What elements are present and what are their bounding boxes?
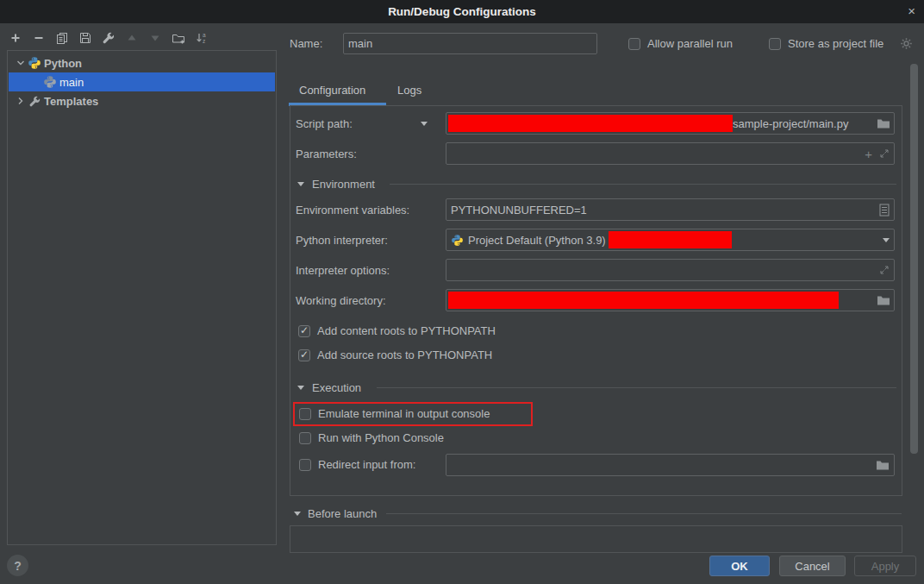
add-content-roots-label: Add content roots to PYTHONPATH [317,324,496,337]
help-question-icon: ? [14,559,22,573]
gear-icon[interactable] [900,37,913,50]
store-as-project-file-label: Store as project file [788,37,883,50]
add-content-roots-checkbox[interactable] [298,325,310,337]
combo-dropdown-icon[interactable] [883,238,890,242]
configurations-tree: Python main Templates [7,50,277,545]
redaction-block [448,115,733,132]
move-up-icon [125,31,139,45]
chevron-right-icon[interactable] [14,94,28,108]
section-divider [386,513,902,514]
environment-variables-label: Environment variables: [296,204,409,217]
redaction-block [448,292,839,309]
environment-section-label: Environment [312,178,375,191]
redirect-input-checkbox[interactable] [299,459,311,471]
interpreter-options-label: Interpreter options: [296,264,390,277]
section-divider [377,387,896,388]
before-launch-panel [290,525,902,553]
tree-item-main[interactable]: main [9,72,275,91]
svg-text:z: z [203,38,205,44]
svg-text:a: a [203,32,206,38]
tab-configuration[interactable]: Configuration [299,84,365,97]
tab-logs[interactable]: Logs [397,84,421,97]
parameters-label: Parameters: [296,148,357,160]
add-source-roots-checkbox[interactable] [298,349,310,361]
cancel-button[interactable]: Cancel [779,556,846,576]
tree-item-label: Templates [44,95,98,108]
redaction-block [609,231,732,248]
browse-folder-icon[interactable] [877,295,890,306]
redirect-input-label: Redirect input from: [318,458,415,471]
execution-section-label: Execution [312,381,361,394]
remove-icon[interactable] [32,31,46,45]
run-python-console-label: Run with Python Console [318,431,444,444]
tree-item-python[interactable]: Python [9,53,275,72]
working-directory-label: Working directory: [296,294,386,307]
redirect-input-field[interactable] [446,454,895,476]
dialog-titlebar: Run/Debug Configurations × [0,0,924,23]
add-source-roots-label: Add source roots to PYTHONPATH [317,349,492,361]
python-logo-icon [451,234,464,247]
working-directory-field[interactable] [446,289,895,311]
emulate-terminal-checkbox[interactable] [299,408,311,420]
help-button[interactable]: ? [7,555,28,576]
browse-folder-icon[interactable] [876,460,890,471]
environment-collapse-icon[interactable] [297,182,304,186]
close-icon[interactable]: × [908,3,915,19]
python-interpreter-label: Python interpreter: [296,234,388,247]
environment-variables-field[interactable]: PYTHONUNBUFFERED=1 [446,198,895,221]
section-divider [390,184,896,185]
script-path-dropdown-icon[interactable] [421,122,428,126]
script-path-value: sample-project/main.py [733,117,848,130]
script-path-field[interactable]: sample-project/main.py [446,112,895,135]
name-field[interactable] [343,33,597,54]
allow-parallel-run-checkbox[interactable] [628,38,640,50]
run-python-console-checkbox[interactable] [299,432,311,444]
save-icon[interactable] [78,31,92,45]
templates-wrench-icon [28,94,41,108]
python-logo-icon [43,75,57,89]
vertical-scrollbar[interactable] [910,64,918,454]
store-as-project-file-checkbox[interactable] [769,38,781,50]
tree-item-templates[interactable]: Templates [9,91,275,110]
execution-collapse-icon[interactable] [297,386,304,390]
script-path-label: Script path: [296,117,353,130]
before-launch-section-label: Before launch [308,507,377,520]
name-label: Name: [290,37,322,50]
sort-alphabetically-icon[interactable]: az [195,31,209,45]
configurations-toolbar: az [9,28,209,47]
interpreter-options-field[interactable] [446,259,895,281]
environment-variables-value: PYTHONUNBUFFERED=1 [451,204,587,217]
move-down-icon [148,31,162,45]
before-launch-collapse-icon[interactable] [294,512,301,516]
allow-parallel-run-label: Allow parallel run [647,37,733,50]
parameters-input[interactable] [451,148,865,160]
python-interpreter-value: Project Default (Python 3.9) [468,234,606,247]
copy-icon[interactable] [55,31,69,45]
chevron-down-icon[interactable] [14,56,28,70]
tree-item-label: main [59,76,84,89]
new-folder-icon[interactable] [172,31,185,45]
python-interpreter-combo[interactable]: Project Default (Python 3.9) [446,229,895,251]
redirect-input-input[interactable] [451,459,876,472]
expand-field-icon[interactable] [879,265,890,275]
emulate-terminal-label: Emulate terminal in output console [318,407,490,420]
apply-button[interactable]: Apply [854,556,916,576]
add-icon[interactable] [9,31,22,45]
interpreter-options-input[interactable] [451,264,879,277]
dialog-title: Run/Debug Configurations [388,5,536,18]
add-macro-icon[interactable]: + [865,147,872,161]
edit-templates-wrench-icon[interactable] [102,31,116,45]
parameters-field[interactable]: + [446,142,895,165]
browse-folder-icon[interactable] [877,118,890,129]
name-input[interactable] [348,37,592,50]
edit-variables-icon[interactable] [879,204,890,217]
expand-field-icon[interactable] [879,148,890,159]
python-logo-icon [28,56,41,70]
ok-button[interactable]: OK [709,556,770,576]
tree-item-label: Python [44,57,82,70]
